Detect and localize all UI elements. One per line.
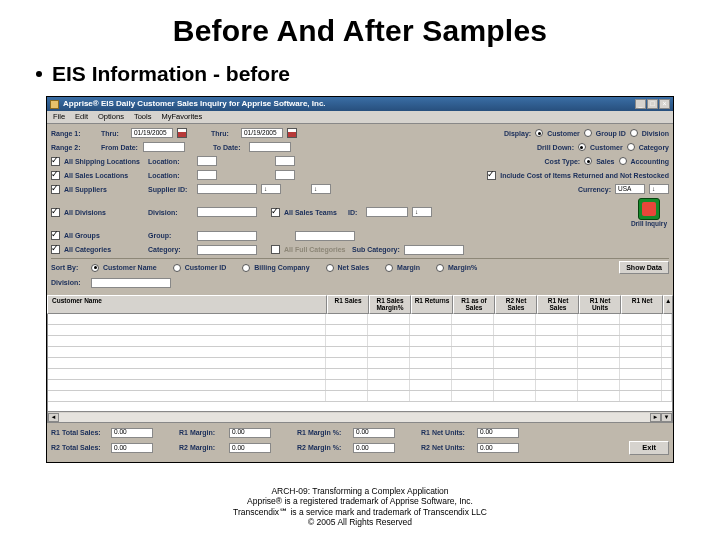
location-to-input[interactable] — [275, 156, 295, 166]
scroll-up-button[interactable]: ▲ — [663, 295, 673, 314]
sort-custname-radio[interactable] — [91, 264, 99, 272]
drill-inquiry-icon[interactable] — [638, 198, 660, 220]
col-r1-sales[interactable]: R1 Sales — [327, 295, 369, 314]
col-customer-name[interactable]: Customer Name — [47, 295, 327, 314]
supplier-lookup2[interactable]: ↓ — [311, 184, 331, 194]
display-division-radio[interactable] — [630, 129, 638, 137]
r2-total-sales-label: R2 Total Sales: — [51, 444, 107, 451]
sort-margin-radio[interactable] — [385, 264, 393, 272]
chk-all-shipping[interactable] — [51, 157, 60, 166]
r1-netunits-value: 0.00 — [477, 428, 519, 438]
table-row — [48, 347, 672, 358]
range1-to-date[interactable]: 01/19/2005 — [241, 128, 283, 138]
display-customer-radio[interactable] — [535, 129, 543, 137]
supplier-lookup[interactable]: ↓ — [261, 184, 281, 194]
close-button[interactable]: × — [659, 99, 670, 109]
group-input[interactable] — [197, 231, 257, 241]
supplier-id-input[interactable] — [197, 184, 257, 194]
salesid-input[interactable] — [366, 207, 408, 217]
r1-margin-label: R1 Margin: — [179, 429, 225, 436]
menu-edit[interactable]: Edit — [75, 113, 88, 121]
chk-all-sales-loc-label: All Sales Locations — [64, 172, 144, 179]
titlebar: Apprise® EIS Daily Customer Sales Inquir… — [47, 97, 673, 111]
salesid-lookup[interactable]: ↓ — [412, 207, 432, 217]
r1-netunits-label: R1 Net Units: — [421, 429, 473, 436]
drilldown-customer-label: Customer — [590, 144, 623, 151]
scroll-down-button[interactable]: ▼ — [661, 413, 672, 422]
range2-to-label: To Date: — [213, 144, 245, 151]
range2-from-label: From Date: — [101, 144, 139, 151]
division-bottom-label: Division: — [51, 279, 87, 286]
r2-margin-value: 0.00 — [229, 443, 271, 453]
drilldown-customer-radio[interactable] — [578, 143, 586, 151]
sort-marginpct-radio[interactable] — [436, 264, 444, 272]
drilldown-category-radio[interactable] — [627, 143, 635, 151]
costtype-sales-radio[interactable] — [584, 157, 592, 165]
currency-input[interactable]: USA — [615, 184, 645, 194]
menu-tools[interactable]: Tools — [134, 113, 152, 121]
costtype-accounting-radio[interactable] — [619, 157, 627, 165]
exit-button[interactable]: Exit — [629, 441, 669, 455]
currency-lookup[interactable]: ↓ — [649, 184, 669, 194]
chk-all-sales-teams[interactable] — [271, 208, 280, 217]
col-r1-netunits[interactable]: R1 Net Units — [579, 295, 621, 314]
sort-netsales-radio[interactable] — [326, 264, 334, 272]
sortby-label: Sort By: — [51, 264, 87, 271]
drilldown-label: Drill Down: — [537, 144, 574, 151]
range2-from-date[interactable] — [143, 142, 185, 152]
scrollbar-horizontal[interactable]: ◄ ► ▼ — [47, 412, 673, 423]
range1-from-date[interactable]: 01/19/2005 — [131, 128, 173, 138]
salesid-label: ID: — [348, 209, 362, 216]
costtype-sales-label: Sales — [596, 158, 614, 165]
scroll-right-button[interactable]: ► — [650, 413, 661, 422]
category-input[interactable] — [197, 245, 257, 255]
col-r2-netsales[interactable]: R2 Net Sales — [495, 295, 537, 314]
scroll-left-button[interactable]: ◄ — [48, 413, 59, 422]
display-group-radio[interactable] — [584, 129, 592, 137]
col-r1-asof[interactable]: R1 as of Sales — [453, 295, 495, 314]
totals-panel: R1 Total Sales: 0.00 R1 Margin: 0.00 R1 … — [47, 423, 673, 462]
menu-file[interactable]: File — [53, 113, 65, 121]
chk-all-suppliers[interactable] — [51, 185, 60, 194]
window-title: Apprise® EIS Daily Customer Sales Inquir… — [63, 100, 631, 108]
chk-all-divisions[interactable] — [51, 208, 60, 217]
grid-body — [47, 314, 673, 412]
col-r1-net[interactable]: R1 Net — [621, 295, 663, 314]
col-r1-netsales[interactable]: R1 Net Sales — [537, 295, 579, 314]
r1-marginpct-value: 0.00 — [353, 428, 395, 438]
range1-thru-label: Thru: — [101, 130, 127, 137]
menu-options[interactable]: Options — [98, 113, 124, 121]
sort-marginpct-label: Margin% — [448, 264, 477, 271]
menu-favorites[interactable]: MyFavorites — [161, 113, 202, 121]
division-input[interactable] — [197, 207, 257, 217]
chk-all-full-categories[interactable] — [271, 245, 280, 254]
group-label: Group: — [148, 232, 193, 239]
chk-all-categories[interactable] — [51, 245, 60, 254]
maximize-button[interactable]: □ — [647, 99, 658, 109]
location2-input[interactable] — [197, 170, 217, 180]
slide-title: Before And After Samples — [38, 14, 682, 48]
bullet-text: EIS Information - before — [52, 62, 290, 86]
r2-netunits-label: R2 Net Units: — [421, 444, 473, 451]
col-r1-returns[interactable]: R1 Returns — [411, 295, 453, 314]
scroll-track[interactable] — [59, 413, 650, 422]
calendar-icon[interactable] — [177, 128, 187, 138]
sort-custid-radio[interactable] — [173, 264, 181, 272]
chk-include-cost[interactable] — [487, 171, 496, 180]
chk-all-groups[interactable] — [51, 231, 60, 240]
subcategory-input[interactable] — [404, 245, 464, 255]
show-data-button[interactable]: Show Data — [619, 261, 669, 274]
display-group-label: Group ID — [596, 130, 626, 137]
footnote-3: Transcendix℠ is a service mark and trade… — [0, 507, 720, 518]
group-to-input[interactable] — [295, 231, 355, 241]
location-input[interactable] — [197, 156, 217, 166]
range2-to-date[interactable] — [249, 142, 291, 152]
location2-to-input[interactable] — [275, 170, 295, 180]
sort-billing-radio[interactable] — [242, 264, 250, 272]
col-r1-margin[interactable]: R1 Sales Margin% — [369, 295, 411, 314]
minimize-button[interactable]: _ — [635, 99, 646, 109]
calendar-icon[interactable] — [287, 128, 297, 138]
chk-all-sales-loc[interactable] — [51, 171, 60, 180]
footnote-2: Apprise® is a registered trademark of Ap… — [0, 496, 720, 507]
division-bottom-input[interactable] — [91, 278, 171, 288]
